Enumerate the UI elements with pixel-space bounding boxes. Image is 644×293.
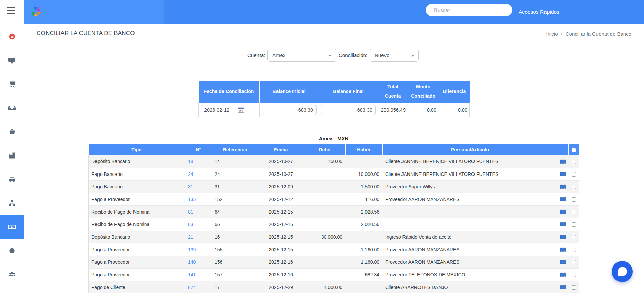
ledger-book-icon[interactable] [560, 285, 566, 290]
ledger-book-icon[interactable] [560, 247, 566, 252]
cell-haber: 682.34 [345, 268, 382, 281]
balance-inicial-input[interactable] [262, 105, 317, 115]
account-select[interactable]: Amex [267, 49, 336, 62]
cell-haber [345, 155, 382, 168]
ledger-book-icon[interactable] [560, 222, 566, 227]
document-link[interactable]: 21 [188, 234, 193, 240]
ledger-book-icon[interactable] [560, 272, 566, 277]
cell-num: 874 [185, 281, 212, 293]
cell-select [568, 193, 579, 205]
sidebar-item-car[interactable] [0, 167, 24, 191]
ledger-book-icon[interactable] [560, 172, 566, 177]
cell-num: 83 [185, 218, 212, 231]
reconciliation-date-input[interactable] [201, 105, 235, 115]
reconciliation-select[interactable]: Nuevo [370, 49, 419, 62]
breadcrumb-separator: / [561, 31, 562, 37]
cell-persona: Cliente ABARROTES DANJO [382, 281, 558, 293]
row-checkbox[interactable] [572, 160, 576, 164]
document-link[interactable]: 141 [188, 272, 196, 277]
breadcrumb-home[interactable]: Inicio [546, 31, 558, 37]
sidebar-item-basket[interactable] [0, 120, 24, 144]
ledger-book-icon[interactable] [560, 197, 566, 202]
sidebar-item-factory[interactable] [0, 144, 24, 167]
calendar-button[interactable] [238, 107, 244, 113]
cell-ledger [558, 155, 568, 168]
desktop-icon [8, 56, 16, 65]
chevron-down-icon [328, 55, 332, 57]
column-header-tipo[interactable]: Tipo [131, 147, 141, 152]
cell-tipo: Pago de Cliente [89, 281, 185, 293]
cell-fecha: 2025-12-29 [258, 281, 304, 293]
cell-fecha: 2025-12-15 [258, 218, 304, 231]
reconciliation-summary-table: Fecha de Conciliación Balance Inicial Ba… [198, 81, 470, 117]
column-header-ledger [558, 144, 568, 155]
cell-fecha: 2025-10-27 [258, 155, 304, 168]
row-checkbox[interactable] [572, 222, 576, 227]
summary-header-monto-conciliado: Monto Conciliado [408, 81, 439, 103]
cell-referencia: 64 [212, 205, 258, 218]
document-link[interactable]: 83 [188, 222, 193, 227]
row-checkbox[interactable] [572, 235, 576, 239]
cell-ledger [558, 193, 568, 205]
chat-button[interactable] [612, 261, 633, 282]
column-header-num[interactable]: N° [196, 147, 201, 152]
document-link[interactable]: 135 [188, 197, 196, 202]
app-logo[interactable] [29, 5, 42, 20]
cell-persona: Proveedor AARON MANZANARES [382, 256, 558, 268]
document-link[interactable]: 139 [188, 247, 196, 252]
cell-debe: 150.00 [304, 155, 345, 168]
cell-haber: 10,000.00 [345, 168, 382, 180]
row-checkbox[interactable] [572, 273, 576, 277]
cell-referencia: 156 [212, 256, 258, 268]
cell-tipo: Depósito Bancario [89, 231, 185, 243]
hamburger-menu-icon[interactable] [7, 7, 15, 15]
cell-haber: 2,028.56 [345, 218, 382, 231]
row-checkbox[interactable] [572, 248, 576, 252]
column-header-haber: Haber [345, 144, 382, 155]
document-link[interactable]: 874 [188, 285, 196, 290]
cell-select [568, 268, 579, 281]
row-checkbox[interactable] [572, 210, 576, 214]
search-input[interactable] [426, 4, 512, 16]
ledger-book-icon[interactable] [560, 184, 566, 189]
filters-bar: Cuenta: Amex Conciliación: Nuevo [0, 49, 644, 62]
document-link[interactable]: 140 [188, 259, 196, 265]
sidebar-item-inbox[interactable] [0, 96, 24, 120]
row-checkbox[interactable] [572, 197, 576, 202]
sidebar-item-money[interactable] [0, 215, 24, 239]
ledger-book-icon[interactable] [560, 159, 566, 164]
calendar-icon [238, 107, 244, 113]
cell-tipo: Recibo de Pago de Nomina [89, 218, 185, 231]
row-checkbox[interactable] [572, 185, 576, 189]
transaction-row: Pago Bancario24242025-10-2710,000.00Clie… [89, 168, 579, 180]
topbar-left-segment [24, 0, 164, 24]
sidebar-item-circle[interactable] [0, 239, 24, 262]
document-link[interactable]: 31 [188, 184, 193, 189]
ledger-book-icon[interactable] [560, 260, 566, 265]
sidebar-item-users[interactable] [0, 262, 24, 286]
sidebar-item-sitemap[interactable] [0, 191, 24, 215]
balance-final-input[interactable] [321, 105, 376, 115]
account-currency-title: Amex - MXN [88, 135, 579, 141]
cell-num: 81 [185, 205, 212, 218]
sidebar-item-desktop[interactable] [0, 49, 24, 72]
select-all-checkbox[interactable] [572, 148, 576, 152]
section-divider [24, 73, 644, 73]
document-link[interactable]: 81 [188, 209, 193, 215]
quick-access-link[interactable]: Accesos Rápidos [519, 0, 559, 24]
sidebar-item-shopping-cart[interactable] [0, 72, 24, 96]
ledger-book-icon[interactable] [560, 235, 566, 240]
account-select-value: Amex [272, 52, 285, 58]
basket-icon [8, 128, 16, 136]
cell-persona: Proveedor TELEFONOS DE MEXICO [382, 268, 558, 281]
ledger-book-icon[interactable] [560, 209, 566, 215]
sidebar-item-approval-badge[interactable] [0, 25, 24, 49]
row-checkbox[interactable] [572, 285, 576, 290]
document-link[interactable]: 24 [188, 171, 193, 177]
row-checkbox[interactable] [572, 172, 576, 177]
summary-header-diferencia: Diferencia [439, 81, 470, 103]
document-link[interactable]: 18 [188, 159, 193, 164]
row-checkbox[interactable] [572, 260, 576, 264]
chevron-down-icon [411, 55, 414, 57]
transaction-row: Pago a Proveedor1351522025-12-12116.00Pr… [89, 193, 579, 205]
